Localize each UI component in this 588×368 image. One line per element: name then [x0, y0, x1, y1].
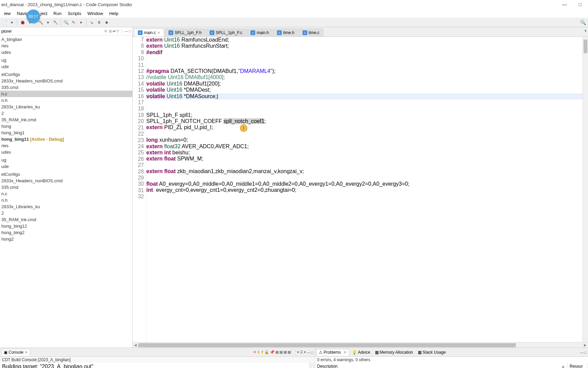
min-icon[interactable]: — [307, 350, 310, 354]
stop-icon[interactable]: ■ [103, 19, 110, 26]
tab-advice[interactable]: 💡Advice [350, 349, 372, 355]
column-resource[interactable]: Resour [568, 363, 588, 368]
tree-item[interactable]: hong_bing12 [0, 223, 132, 229]
code-line[interactable] [146, 62, 583, 68]
tab-menu-icon[interactable]: ▾ [585, 29, 587, 33]
tab-console[interactable]: ▣ Console ✕ [1, 349, 30, 356]
scrollbar-thumb[interactable] [138, 343, 516, 347]
tab-main-h[interactable]: cmain.h [247, 29, 273, 36]
tree-item[interactable]: hong2 [0, 236, 132, 242]
code-line[interactable] [146, 106, 583, 112]
menu-help[interactable]: Help [107, 10, 121, 17]
code-line[interactable]: extern Uint16 RamfuncsRunStart; [146, 43, 583, 49]
project-tree[interactable]: A_binglianriesudesugudeetConfigs2833x_He… [0, 35, 132, 348]
tree-item[interactable]: ries [0, 43, 132, 49]
tree-item[interactable]: 2833x_Libraries_ku [0, 203, 132, 210]
dropdown-icon[interactable]: ▾ [78, 19, 84, 26]
tree-item[interactable]: 335.cmd [0, 84, 132, 91]
minimize-button[interactable]: — [557, 0, 572, 9]
link-icon[interactable]: ⇄ [113, 29, 115, 33]
tree-item[interactable]: A_binglian [0, 36, 132, 43]
min-icon[interactable]: — [125, 29, 128, 33]
code-line[interactable]: volatile Uint16 *DMADest; [146, 87, 583, 93]
code-line[interactable] [146, 56, 583, 62]
tab-memory-allocation[interactable]: ▦Memory Allocation [373, 349, 415, 355]
code-line[interactable]: extern float SPWM_M; [146, 156, 583, 162]
dropdown-icon[interactable]: ▾ [304, 350, 306, 354]
tab-main-c[interactable]: cmain.c✕ [134, 29, 164, 36]
column-description[interactable]: Description ▲ [315, 363, 568, 368]
code-line[interactable]: SPLL_1ph_F_NOTCH_COEFF spll_notch_coef1; [146, 118, 583, 124]
code-line[interactable]: extern PID_ZL pid_U,pid_I;I [146, 124, 583, 131]
tool-icon[interactable]: ▦ [283, 350, 287, 354]
tool-icon[interactable]: ▦ [288, 350, 291, 354]
close-view-icon[interactable]: ✕ [104, 29, 108, 34]
max-icon[interactable]: □ [311, 350, 313, 354]
max-icon[interactable]: □ [129, 29, 131, 33]
filter-icon[interactable]: ▽ [116, 29, 119, 33]
code-line[interactable]: volatile Uint16 DMABuf1[200]; [146, 81, 583, 87]
menu-icon[interactable]: ⋮ [120, 29, 124, 33]
sort-icon[interactable]: ▲ [561, 364, 565, 368]
code-line[interactable]: extern Uint16 RamfuncsLoadEnd; [146, 37, 583, 43]
tree-item[interactable]: 2833x_Libraries_ku [0, 104, 132, 110]
tree-item[interactable]: n.c [0, 190, 132, 197]
dropdown-icon[interactable]: ▾ [45, 19, 51, 26]
tree-item[interactable]: n.c [0, 91, 132, 97]
step-icon[interactable]: ↘ [88, 19, 95, 26]
wand-icon[interactable]: ✎ [70, 19, 77, 26]
tree-item[interactable]: udes [0, 149, 132, 155]
code-line[interactable] [146, 175, 583, 181]
tree-item[interactable]: 2 [0, 210, 132, 216]
code-line[interactable]: #pragma DATA_SECTION(DMABuf1,"DMARAML4")… [146, 68, 583, 74]
close-icon[interactable]: ✕ [157, 31, 160, 35]
pause-icon[interactable]: ⏸ [96, 19, 102, 26]
tree-item[interactable]: etConfigs [0, 171, 132, 178]
editor-content[interactable]: 7891011121314151617181920212223242526272… [133, 37, 588, 342]
min-icon[interactable]: — [580, 350, 584, 354]
editor-vscrollbar[interactable] [583, 37, 588, 342]
tree-item[interactable]: 35_RAM_lnk.cmd [0, 117, 132, 123]
code-line[interactable] [146, 131, 583, 137]
tree-item[interactable]: hong_bing2 [0, 229, 132, 236]
down-arrow-icon[interactable]: ⬇ [257, 350, 260, 354]
tree-item[interactable]: ries [0, 142, 132, 149]
tree-item[interactable]: 35_RAM_lnk.cmd [0, 216, 132, 223]
search-icon[interactable]: 🔍 [63, 19, 69, 26]
tab-problems[interactable]: ⚠Problems✕ [316, 349, 349, 356]
scrollbar-track[interactable] [138, 343, 583, 347]
menu-iew[interactable]: iew [1, 10, 14, 17]
tree-item[interactable]: n.h [0, 97, 132, 104]
tool-icon[interactable]: ▦ [275, 350, 279, 354]
tool-icon[interactable]: 📄 [292, 350, 296, 354]
code-area[interactable]: extern Uint16 RamfuncsLoadEnd;extern Uin… [146, 37, 583, 342]
max-icon[interactable]: □ [584, 350, 587, 354]
bug-icon[interactable]: 🐞 [19, 19, 26, 26]
tab-time-h[interactable]: ctime.h [273, 29, 298, 36]
code-line[interactable]: long xunhuan=0; [146, 137, 583, 143]
pin-icon[interactable]: 📌 [270, 350, 275, 354]
up-arrow-icon[interactable]: ⬆ [261, 350, 264, 354]
code-line[interactable]: SPLL_1ph_F spll1; [146, 112, 583, 118]
tree-item[interactable]: hong_bing1 [0, 129, 132, 136]
search-toolbar-icon[interactable]: 🔍 [580, 19, 586, 26]
tree-item[interactable]: etConfigs [0, 71, 132, 78]
code-line[interactable]: #endif [146, 49, 583, 56]
tree-item[interactable]: udes [0, 49, 132, 56]
new-icon[interactable]: 📄 [1, 19, 7, 26]
console-output[interactable]: Building target: "2023_A_binglian.out" I… [0, 363, 315, 368]
menu-run[interactable]: Run [51, 10, 64, 17]
dropdown-icon[interactable]: ▾ [297, 350, 299, 354]
menu-scripts[interactable]: Scripts [65, 10, 84, 17]
collapse-icon[interactable]: ⊟ [109, 29, 112, 33]
tab-time-c[interactable]: ctime.c [299, 29, 323, 36]
tree-item[interactable]: 2833x_Headers_nonBIOS.cmd [0, 78, 132, 84]
tool-icon[interactable]: ☰ [300, 350, 303, 354]
recorder-timer[interactable]: 00:17 [27, 10, 40, 23]
tab-SPLL_1ph_F-h[interactable]: cSPLL_1ph_F.h [165, 29, 205, 36]
close-icon[interactable]: ✕ [24, 350, 28, 355]
scroll-right-icon[interactable]: ▶ [583, 343, 588, 347]
tree-item[interactable]: hong [0, 123, 132, 129]
scrollbar-thumb[interactable] [584, 40, 587, 53]
maximize-button[interactable]: □ [572, 0, 588, 9]
